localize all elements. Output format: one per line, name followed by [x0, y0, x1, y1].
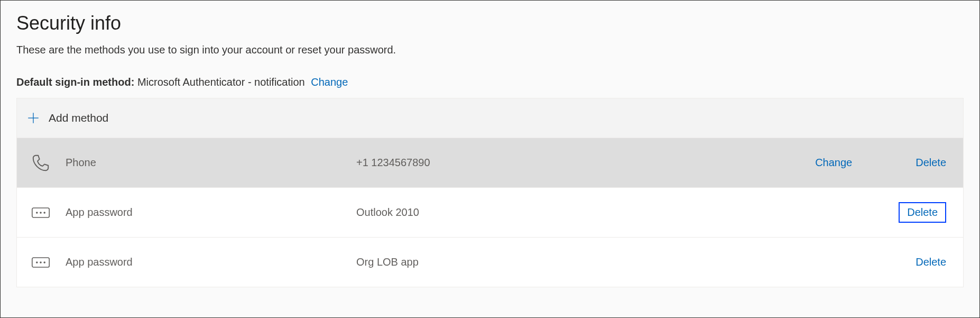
method-value: Outlook 2010 — [356, 206, 899, 219]
method-type: App password — [66, 256, 356, 268]
plus-icon — [24, 109, 42, 127]
svg-point-4 — [40, 212, 42, 214]
page-title: Security info — [16, 12, 964, 34]
svg-point-7 — [36, 261, 38, 264]
delete-link[interactable]: Delete — [916, 157, 946, 169]
method-value: +1 1234567890 — [356, 157, 815, 169]
default-method-row: Default sign-in method: Microsoft Authen… — [16, 76, 964, 88]
method-type: Phone — [66, 157, 356, 169]
phone-icon — [29, 151, 53, 175]
page-subtitle: These are the methods you use to sign in… — [16, 44, 964, 56]
methods-table: Add method Phone +1 1234567890 Change De… — [16, 98, 964, 287]
method-type: App password — [66, 206, 356, 219]
security-info-panel: Security info These are the methods you … — [0, 0, 980, 318]
app-password-icon — [29, 201, 53, 225]
change-link[interactable]: Change — [815, 157, 852, 169]
default-method-value: Microsoft Authenticator - notification — [137, 76, 305, 88]
method-actions: Delete — [899, 202, 951, 223]
method-row-app-password: App password Outlook 2010 Delete — [17, 187, 963, 237]
method-row-phone: Phone +1 1234567890 Change Delete — [17, 138, 963, 187]
method-value: Org LOB app — [356, 256, 916, 268]
add-method-label: Add method — [49, 112, 108, 124]
method-row-app-password: App password Org LOB app Delete — [17, 237, 963, 287]
default-method-label: Default sign-in method: — [16, 76, 134, 88]
svg-point-9 — [43, 261, 45, 264]
method-actions: Change Delete — [815, 157, 951, 169]
app-password-icon — [29, 250, 53, 275]
svg-point-3 — [36, 212, 38, 214]
add-method-button[interactable]: Add method — [17, 98, 963, 138]
svg-point-8 — [40, 261, 42, 264]
method-actions: Delete — [916, 256, 951, 268]
change-default-link[interactable]: Change — [311, 76, 348, 88]
svg-point-5 — [43, 212, 45, 214]
delete-link[interactable]: Delete — [899, 202, 946, 223]
delete-link[interactable]: Delete — [916, 256, 946, 268]
